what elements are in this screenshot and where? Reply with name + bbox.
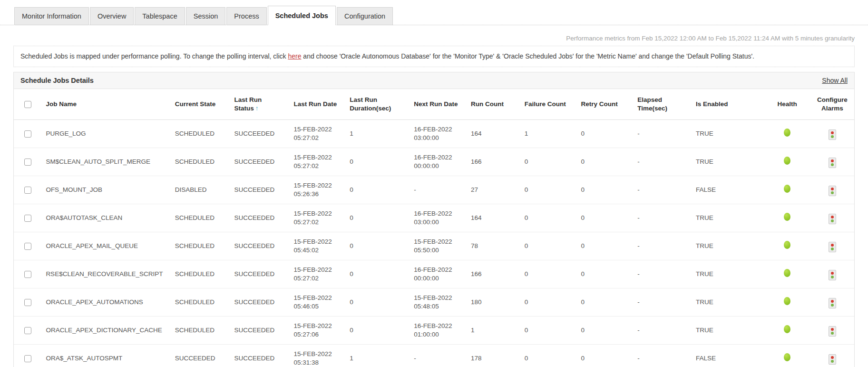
row-checkbox[interactable] [24, 159, 31, 166]
current-state-cell: SCHEDULED [171, 204, 231, 232]
last-run-date-cell: 15-FEB-2022 05:45:02 [290, 232, 346, 260]
polling-info-banner: Scheduled Jobs is mapped under performan… [13, 46, 855, 67]
tab-monitor-information[interactable]: Monitor Information [14, 7, 89, 25]
col-header-last-run-date[interactable]: Last Run Date [290, 89, 346, 120]
col-header-failure-count[interactable]: Failure Count [521, 89, 577, 120]
elapsed-time-cell: - [634, 260, 692, 288]
col-header-run-count[interactable]: Run Count [467, 89, 521, 120]
retry-count-cell: 0 [577, 176, 634, 204]
col-header-is-enabled[interactable]: Is Enabled [692, 89, 764, 120]
is-enabled-cell: TRUE [692, 204, 764, 232]
tab-tablespace[interactable]: Tablespace [135, 7, 185, 25]
col-header-retry-count[interactable]: Retry Count [577, 89, 634, 120]
configure-alarms-icon[interactable] [829, 186, 836, 196]
elapsed-time-cell: - [634, 176, 692, 204]
job-table-row: PURGE_LOG SCHEDULED SUCCEEDED 15-FEB-202… [14, 120, 854, 148]
retry-count-cell: 0 [577, 345, 634, 367]
next-run-date-cell: 15-FEB-2022 05:48:05 [410, 288, 467, 317]
run-count-cell: 166 [467, 260, 521, 288]
performance-metrics-note: Performance metrics from Feb 15,2022 12:… [0, 25, 868, 46]
retry-count-cell: 0 [577, 260, 634, 288]
col-header-last-run-duration[interactable]: Last Run Duration(sec) [346, 89, 410, 120]
elapsed-time-cell: - [634, 148, 692, 176]
configure-alarms-icon[interactable] [829, 354, 836, 365]
col-header-elapsed-time[interactable]: Elapsed Time(sec) [634, 89, 692, 120]
is-enabled-cell: TRUE [692, 120, 764, 148]
alarm-green-dot-icon [831, 163, 834, 166]
next-run-date-cell: 15-FEB-2022 05:50:00 [410, 232, 467, 260]
failure-count-cell: 1 [521, 120, 577, 148]
schedule-jobs-card-header: Schedule Jobs Details Show All [14, 72, 854, 89]
last-run-duration-cell: 0 [346, 232, 410, 260]
is-enabled-cell: FALSE [692, 345, 764, 367]
configure-alarms-icon[interactable] [829, 242, 836, 252]
alarm-red-dot-icon [831, 244, 834, 247]
configure-alarms-icon[interactable] [829, 158, 836, 168]
configure-alarms-icon[interactable] [829, 129, 836, 140]
tab-session[interactable]: Session [186, 7, 226, 25]
tab-overview[interactable]: Overview [90, 7, 134, 25]
failure-count-cell: 0 [521, 204, 577, 232]
failure-count-cell: 0 [521, 260, 577, 288]
row-checkbox[interactable] [24, 327, 31, 334]
show-all-link[interactable]: Show All [822, 77, 848, 84]
tab-process[interactable]: Process [226, 7, 266, 25]
last-run-status-cell: SUCCEEDED [231, 317, 290, 345]
row-checkbox[interactable] [24, 355, 31, 362]
row-checkbox[interactable] [24, 187, 31, 194]
last-run-status-cell: SUCCEEDED [231, 260, 290, 288]
col-header-health[interactable]: Health [764, 89, 810, 120]
row-checkbox[interactable] [24, 130, 31, 138]
is-enabled-cell: TRUE [692, 260, 764, 288]
current-state-cell: DISABLED [171, 176, 231, 204]
last-run-duration-cell: 1 [346, 345, 410, 367]
col-header-last-run-status[interactable]: Last Run Status↑ [231, 89, 290, 120]
last-run-status-cell: SUCCEEDED [231, 148, 290, 176]
configure-alarms-icon[interactable] [829, 214, 836, 224]
col-header-job-name[interactable]: Job Name [42, 89, 171, 120]
failure-count-cell: 0 [521, 345, 577, 367]
col-header-current-state[interactable]: Current State [171, 89, 231, 120]
job-name-cell: OFS_MOUNT_JOB [42, 176, 171, 204]
configure-alarms-icon[interactable] [829, 298, 836, 308]
run-count-cell: 78 [467, 232, 521, 260]
col-header-next-run-date[interactable]: Next Run Date [410, 89, 467, 120]
tab-configuration[interactable]: Configuration [337, 7, 393, 25]
configure-alarms-icon[interactable] [829, 270, 836, 280]
last-run-date-cell: 15-FEB-2022 05:46:05 [290, 288, 346, 317]
job-table-row: ORACLE_APEX_MAIL_QUEUE SCHEDULED SUCCEED… [14, 232, 854, 260]
configure-alarms-icon[interactable] [829, 326, 836, 337]
retry-count-cell: 0 [577, 288, 634, 317]
last-run-duration-cell: 0 [346, 148, 410, 176]
elapsed-time-cell: - [634, 288, 692, 317]
elapsed-time-cell: - [634, 232, 692, 260]
alarm-green-dot-icon [831, 219, 834, 222]
last-run-status-cell: SUCCEEDED [231, 120, 290, 148]
job-table-row: SM$CLEAN_AUTO_SPLIT_MERGE SCHEDULED SUCC… [14, 148, 854, 176]
row-checkbox[interactable] [24, 215, 31, 222]
last-run-status-cell: SUCCEEDED [231, 176, 290, 204]
tab-scheduled-jobs[interactable]: Scheduled Jobs [268, 6, 336, 25]
last-run-duration-cell: 0 [346, 260, 410, 288]
alarm-red-dot-icon [831, 356, 834, 359]
last-run-duration-cell: 0 [346, 176, 410, 204]
is-enabled-cell: TRUE [692, 317, 764, 345]
last-run-date-cell: 15-FEB-2022 05:27:02 [290, 204, 346, 232]
alarm-red-dot-icon [831, 300, 834, 303]
current-state-cell: SCHEDULED [171, 148, 231, 176]
job-name-cell: ORACLE_APEX_DICTIONARY_CACHE [42, 317, 171, 345]
health-status-icon [784, 129, 790, 137]
failure-count-cell: 0 [521, 317, 577, 345]
job-name-cell: ORA$_ATSK_AUTOSPMT [42, 345, 171, 367]
select-all-checkbox[interactable] [24, 101, 31, 108]
alarm-green-dot-icon [831, 276, 834, 278]
job-table-row: RSE$CLEAN_RECOVERABLE_SCRIPT SCHEDULED S… [14, 260, 854, 288]
row-checkbox[interactable] [24, 271, 31, 278]
row-checkbox[interactable] [24, 243, 31, 250]
alarm-red-dot-icon [831, 272, 834, 275]
banner-text-after: and choose 'Oracle Autonomous Database' … [301, 52, 754, 60]
health-status-icon [784, 185, 790, 193]
row-checkbox[interactable] [24, 299, 31, 306]
polling-here-link[interactable]: here [288, 52, 301, 60]
sort-ascending-icon[interactable]: ↑ [254, 105, 259, 112]
